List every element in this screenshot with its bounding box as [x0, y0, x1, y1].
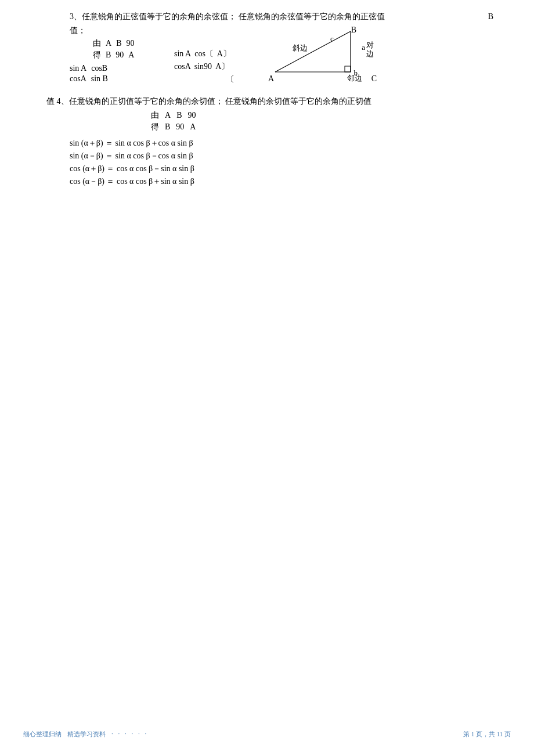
cos-a-label: cosA: [70, 74, 86, 84]
got-line: 得 B 90 A: [93, 50, 134, 60]
open-bracket: 〔: [226, 75, 234, 84]
triangle-B: B: [351, 26, 356, 35]
cosb-label: cosB: [91, 64, 107, 73]
sin-cos-rows: sin A cos〔 A〕 cosA sin90 A〕 〔: [174, 49, 234, 85]
a-var: A: [106, 39, 111, 48]
got4: 得: [151, 122, 159, 132]
footer-right: 第 1 页，共 11 页: [463, 730, 511, 739]
triangle-a: a: [362, 43, 365, 52]
b-var2: B: [106, 50, 111, 60]
frac-row2: cosA sin B: [70, 74, 108, 84]
sinb-label: sin B: [91, 74, 108, 84]
footer: 细心整理归纳 精选学习资料 · · · · · · 第 1 页，共 11 页: [0, 730, 534, 739]
A4: A: [165, 111, 171, 120]
bracket-line: 〔: [226, 74, 234, 85]
formula2-text: sin (α－β) ＝ sin α cos β－cos α sin β: [70, 151, 193, 161]
from-line4: 由 A B 90: [151, 110, 499, 121]
cos-bracket-label: cos〔: [194, 49, 214, 59]
from-label: 由: [93, 38, 101, 49]
B-corner-top: B: [488, 12, 493, 21]
cosA-label: cosA: [174, 62, 191, 71]
a-var2: A: [128, 50, 134, 60]
triangle-bian: 边: [366, 49, 374, 59]
formula1-line: sin (α＋β) ＝ sin α cos β＋cos α sin β: [70, 138, 499, 149]
got-line4: 得 B 90 A: [151, 122, 499, 132]
section3-body: 值； 由 A B 90 得 B 90 A sin A cosB: [70, 26, 499, 85]
90-4b: 90: [176, 122, 184, 132]
A-bracket2-label: A〕: [215, 62, 229, 72]
formula2-line: sin (α－β) ＝ sin α cos β－cos α sin β: [70, 151, 499, 161]
section3-title: 3、任意锐角的正弦值等于它的余角的余弦值； 任意锐角的余弦值等于它的余角的正弦值: [70, 12, 385, 22]
triangle-c: c: [330, 34, 334, 44]
row-sinA-cos: sin A cos〔 A〕: [174, 49, 234, 59]
ninety-val: 90: [126, 39, 134, 48]
sin90-label: sin90: [194, 62, 212, 71]
svg-rect-3: [345, 66, 351, 72]
section4-heading: 值 4、任意锐角的正切值等于它的余角的余切值； 任意锐角的余切值等于它的余角的正…: [46, 96, 499, 107]
90-4: 90: [187, 111, 196, 120]
A4b: A: [190, 122, 196, 132]
svg-line-2: [275, 31, 351, 72]
page-number: 第 1 页，共 11 页: [463, 730, 511, 737]
formula4-line: cos (α－β) ＝ cos α cos β＋sin α sin β: [70, 176, 499, 187]
section3-heading-line: 3、任意锐角的正弦值等于它的余角的余弦值； 任意锐角的余弦值等于它的余角的正弦值…: [35, 12, 499, 22]
from-line: 由 A B 90: [93, 38, 134, 49]
triangle-linbian: 邻边: [347, 73, 362, 84]
middle-block: sin A cos〔 A〕 cosA sin90 A〕 〔: [174, 26, 234, 85]
footer-text1: 细心整理归纳: [23, 730, 62, 739]
got-label: 得: [93, 50, 101, 60]
sinA-label: sin A: [174, 49, 191, 59]
from4: 由: [151, 110, 159, 121]
b-var: B: [116, 39, 121, 48]
footer-dots: · · · · · ·: [111, 730, 148, 739]
section4-title: 值 4、任意锐角的正切值等于它的余角的余切值； 任意锐角的余切值等于它的余角的正…: [46, 97, 371, 106]
section4-body: 由 A B 90 得 B 90 A: [151, 110, 499, 132]
page: 3、任意锐角的正弦值等于它的余角的余弦值； 任意锐角的余弦值等于它的余角的正弦值…: [0, 0, 534, 756]
formula4-text: cos (α－β) ＝ cos α cos β＋sin α sin β: [70, 176, 194, 187]
frac-rows: sin A cosB cosA sin B: [70, 64, 108, 84]
triangle-A: A: [268, 74, 274, 84]
formula3-text: cos (α＋β) ＝ cos α cos β－sin α sin β: [70, 164, 194, 174]
formula3-line: cos (α＋β) ＝ cos α cos β－sin α sin β: [70, 164, 499, 174]
triangle-xiebian: 斜边: [293, 43, 308, 53]
triangle-C: C: [371, 74, 377, 84]
B4: B: [176, 111, 182, 120]
frac-row1: sin A cosB: [70, 64, 108, 73]
formulas-block: sin (α＋β) ＝ sin α cos β＋cos α sin β sin …: [70, 138, 499, 187]
triangle-block: B 斜边 c a 对 边 A b 邻边 C: [264, 26, 368, 84]
formula1-text: sin (α＋β) ＝ sin α cos β＋cos α sin β: [70, 138, 193, 149]
sin-a-label: sin A: [70, 64, 86, 73]
ninety-val2: 90: [116, 50, 124, 60]
row-cosA-sin: cosA sin90 A〕: [174, 62, 234, 72]
zhi-label: 值；: [70, 26, 86, 36]
left-block: 值； 由 A B 90 得 B 90 A sin A cosB: [70, 26, 139, 84]
A-bracket-label: A〕: [217, 49, 231, 59]
B4b: B: [165, 122, 170, 132]
footer-text2: 精选学习资料: [67, 730, 106, 739]
footer-left: 细心整理归纳 精选学习资料 · · · · · ·: [23, 730, 148, 739]
